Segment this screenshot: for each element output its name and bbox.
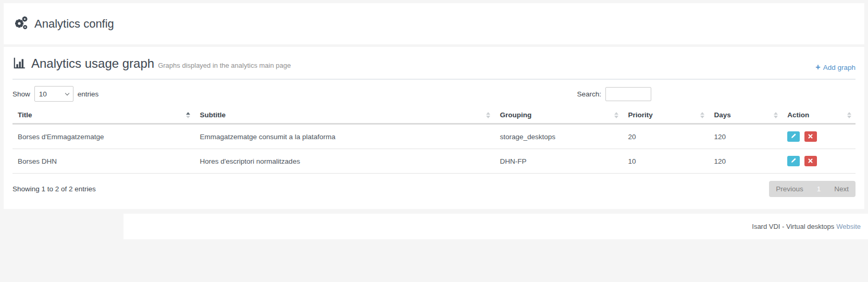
footer: Isard VDI - Virtual desktops Website xyxy=(123,214,868,239)
column-header-label: Title xyxy=(18,111,32,119)
table-row: Borses d'Emmagatzematge Emmagatzematge c… xyxy=(13,124,855,149)
cell-priority: 10 xyxy=(623,149,709,174)
cell-grouping: storage_desktops xyxy=(494,124,623,149)
plus-icon: + xyxy=(815,63,820,71)
search-input[interactable] xyxy=(605,87,651,101)
table-row: Borses DHN Hores d'escriptori normalitza… xyxy=(13,149,855,174)
pagination-next[interactable]: Next xyxy=(827,181,855,197)
page-size-select[interactable]: 10 xyxy=(34,86,73,102)
length-control: Show 10 entries xyxy=(13,86,98,102)
cell-title: Borses DHN xyxy=(13,149,194,174)
edit-button[interactable] xyxy=(787,131,800,142)
footer-website-link[interactable]: Website xyxy=(836,223,861,230)
add-graph-button[interactable]: + Add graph xyxy=(815,63,855,72)
show-label: Show xyxy=(13,90,30,98)
search-label: Search: xyxy=(577,90,601,98)
panel-title: Analytics usage graph xyxy=(31,56,154,71)
page-header: Analytics config xyxy=(4,3,864,44)
pagination: Previous 1 Next xyxy=(769,181,855,197)
column-header-subtitle[interactable]: Subtitle xyxy=(194,107,494,124)
page-title-wrap: Analytics config xyxy=(13,16,114,32)
cell-subtitle: Emmagatzematge consumit a la plataforma xyxy=(194,124,494,149)
sort-arrows-icon xyxy=(186,112,190,118)
cell-priority: 20 xyxy=(623,124,709,149)
cell-days: 120 xyxy=(709,149,782,174)
cell-subtitle: Hores d'escriptori normalitzades xyxy=(194,149,494,174)
gears-icon xyxy=(13,16,29,32)
sort-arrows-icon xyxy=(847,112,851,118)
search-control: Search: xyxy=(577,87,651,101)
add-graph-label: Add graph xyxy=(823,64,855,71)
column-header-label: Grouping xyxy=(500,111,531,119)
page-size-select-wrap: 10 xyxy=(34,86,73,102)
cell-actions xyxy=(782,124,855,149)
cell-title: Borses d'Emmagatzematge xyxy=(13,124,194,149)
delete-button[interactable] xyxy=(804,156,817,166)
pencil-icon xyxy=(790,133,797,141)
delete-button[interactable] xyxy=(804,131,817,142)
column-header-action[interactable]: Action xyxy=(782,107,855,124)
column-header-grouping[interactable]: Grouping xyxy=(494,107,623,124)
entries-label: entries xyxy=(78,90,99,98)
sort-arrows-icon xyxy=(700,112,704,118)
graphs-table: Title Subtitle Grouping Priority Days xyxy=(13,107,855,174)
column-header-label: Subtitle xyxy=(200,111,226,119)
table-info: Showing 1 to 2 of 2 entries xyxy=(13,185,96,193)
sort-arrows-icon xyxy=(486,112,490,118)
sort-arrows-icon xyxy=(774,112,778,118)
panel-title-row: Analytics usage graph Graphs displayed i… xyxy=(13,52,855,80)
pagination-page-1[interactable]: 1 xyxy=(810,181,828,197)
panel-subtitle: Graphs displayed in the analytics main p… xyxy=(158,62,291,69)
table-controls: Show 10 entries Search: xyxy=(13,86,855,102)
column-header-label: Priority xyxy=(628,111,652,119)
table-header-row: Title Subtitle Grouping Priority Days xyxy=(13,107,855,124)
x-icon xyxy=(808,133,813,141)
sort-arrows-icon xyxy=(614,112,618,118)
footer-text: Isard VDI - Virtual desktops xyxy=(752,223,834,230)
x-icon xyxy=(808,157,813,165)
panel-title-left: Analytics usage graph Graphs displayed i… xyxy=(13,56,291,72)
column-header-days[interactable]: Days xyxy=(709,107,782,124)
cell-days: 120 xyxy=(709,124,782,149)
analytics-usage-graph-panel: Analytics usage graph Graphs displayed i… xyxy=(4,47,864,209)
column-header-label: Days xyxy=(714,111,730,119)
cell-grouping: DHN-FP xyxy=(494,149,623,174)
column-header-title[interactable]: Title xyxy=(13,107,194,124)
column-header-label: Action xyxy=(787,111,809,119)
table-footer: Showing 1 to 2 of 2 entries Previous 1 N… xyxy=(13,181,855,197)
bar-chart-icon xyxy=(13,56,26,72)
column-header-priority[interactable]: Priority xyxy=(623,107,709,124)
cell-actions xyxy=(782,149,855,174)
page-title: Analytics config xyxy=(34,17,114,31)
pencil-icon xyxy=(790,157,797,165)
edit-button[interactable] xyxy=(787,156,800,166)
pagination-previous[interactable]: Previous xyxy=(769,181,810,197)
